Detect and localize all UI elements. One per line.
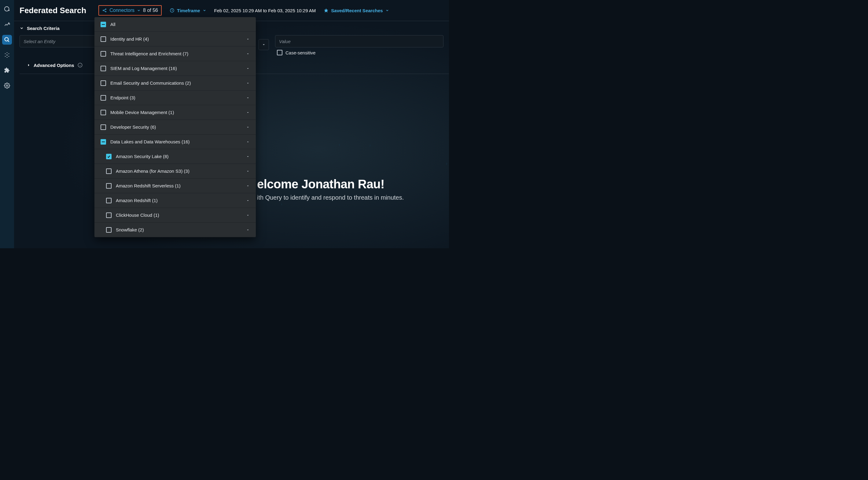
dd-group[interactable]: Email Security and Communications (2) xyxy=(94,76,256,90)
dd-child-label: Snowflake (2) xyxy=(116,227,144,232)
chevron-down-icon xyxy=(246,125,250,129)
svg-marker-19 xyxy=(324,8,328,12)
svg-marker-20 xyxy=(263,44,265,45)
svg-marker-32 xyxy=(247,141,249,142)
entity-placeholder: Select an Entity xyxy=(24,39,55,44)
operator-select-chevron[interactable] xyxy=(258,39,269,50)
checkbox-icon xyxy=(277,50,282,55)
chevron-down-icon xyxy=(246,52,250,56)
svg-point-8 xyxy=(5,56,5,57)
dd-group[interactable]: Threat Intelligence and Enrichment (7) xyxy=(94,47,256,61)
checkbox-checked-icon xyxy=(106,154,112,159)
dd-group[interactable]: Endpoint (3) xyxy=(94,90,256,105)
value-input[interactable]: Value xyxy=(275,35,443,48)
puzzle-icon[interactable] xyxy=(2,65,12,75)
svg-marker-31 xyxy=(247,127,249,128)
svg-point-13 xyxy=(103,10,104,11)
svg-point-7 xyxy=(8,54,9,54)
timeframe-label: Timeframe xyxy=(177,8,200,13)
dd-group[interactable]: Mobile Device Management (1) xyxy=(94,105,256,120)
welcome-panel: elcome Jonathan Rau! ith Query to identi… xyxy=(257,177,404,201)
main: Federated Search Connectors 8 of 56 Time… xyxy=(14,0,449,248)
star-icon xyxy=(324,8,329,13)
saved-searches-trigger[interactable]: Saved/Recent Searches xyxy=(324,8,389,13)
dd-child[interactable]: Amazon Redshift (1) xyxy=(94,193,256,208)
nodes-icon[interactable] xyxy=(2,50,12,60)
svg-point-11 xyxy=(7,57,8,58)
dd-child-label: Amazon Athena (for Amazon S3) (3) xyxy=(116,169,189,174)
connectors-label: Connectors xyxy=(110,8,134,13)
svg-point-10 xyxy=(7,52,8,53)
info-icon xyxy=(77,62,83,68)
svg-point-3 xyxy=(5,38,8,41)
dd-group[interactable]: SIEM and Log Management (16) xyxy=(94,61,256,76)
checkbox-icon xyxy=(100,66,106,71)
svg-point-9 xyxy=(8,56,9,57)
connectors-dropdown: All Identity and HR (4) Threat Intellige… xyxy=(94,17,256,237)
dd-child[interactable]: Amazon Security Lake (8) xyxy=(94,149,256,164)
chevron-down-icon xyxy=(246,213,250,217)
chevron-down-icon xyxy=(203,8,206,12)
dropdown-scroll[interactable]: All Identity and HR (4) Threat Intellige… xyxy=(94,17,256,237)
dd-child-label: Amazon Security Lake (8) xyxy=(116,154,169,159)
chevron-down-icon xyxy=(246,155,250,158)
case-sensitive-label: Case-sensitive xyxy=(285,50,315,55)
svg-point-1 xyxy=(8,23,9,23)
svg-line-16 xyxy=(104,9,105,10)
checkbox-icon xyxy=(106,227,112,233)
chevron-down-icon xyxy=(246,169,250,173)
chevron-down-icon xyxy=(246,96,250,100)
page-title: Federated Search xyxy=(20,6,86,15)
dd-all-label: All xyxy=(110,22,116,27)
chevron-down-icon xyxy=(246,228,250,232)
timeframe-dropdown-trigger[interactable]: Timeframe xyxy=(169,8,206,13)
chevron-down-icon xyxy=(246,184,250,188)
svg-marker-38 xyxy=(247,230,249,231)
dd-group-expanded[interactable]: Data Lakes and Data Warehouses (16) xyxy=(94,134,256,149)
chevron-down-icon xyxy=(246,199,250,202)
logo-icon[interactable] xyxy=(2,4,12,14)
svg-marker-33 xyxy=(247,156,249,157)
dd-child[interactable]: ClickHouse Cloud (1) xyxy=(94,208,256,222)
svg-marker-25 xyxy=(247,39,249,40)
svg-point-6 xyxy=(5,54,5,54)
search-nav-icon[interactable] xyxy=(2,35,12,44)
dd-child[interactable]: Snowflake (2) xyxy=(94,222,256,237)
dd-group-label: Threat Intelligence and Enrichment (7) xyxy=(110,51,188,56)
advanced-label: Advanced Options xyxy=(34,63,74,68)
svg-marker-29 xyxy=(247,97,249,98)
case-sensitive-checkbox[interactable]: Case-sensitive xyxy=(277,50,449,55)
svg-point-0 xyxy=(5,7,9,11)
dd-group-label: Identity and HR (4) xyxy=(110,36,149,41)
dd-all[interactable]: All xyxy=(94,17,256,32)
dd-child[interactable]: Amazon Athena (for Amazon S3) (3) xyxy=(94,164,256,179)
svg-marker-26 xyxy=(247,54,249,54)
dd-group-label: SIEM and Log Management (16) xyxy=(110,66,177,71)
svg-marker-28 xyxy=(247,83,249,84)
toolbar: Connectors 8 of 56 Timeframe Feb 02, 202… xyxy=(98,5,389,16)
svg-point-2 xyxy=(9,24,10,25)
svg-marker-35 xyxy=(247,186,249,186)
gear-icon[interactable] xyxy=(2,81,12,90)
dd-group[interactable]: Developer Security (6) xyxy=(94,120,256,134)
dd-group[interactable]: Identity and HR (4) xyxy=(94,32,256,47)
svg-marker-36 xyxy=(247,200,249,201)
dd-group-label: Developer Security (6) xyxy=(110,124,156,130)
sidebar xyxy=(0,0,14,248)
dd-child[interactable]: Amazon Redshift Serverless (1) xyxy=(94,179,256,193)
checkbox-partial-icon xyxy=(100,139,106,145)
checkbox-icon xyxy=(100,124,106,130)
svg-point-15 xyxy=(105,11,106,12)
chevron-down-icon xyxy=(246,37,250,41)
analytics-icon[interactable] xyxy=(2,20,12,29)
svg-marker-27 xyxy=(247,68,249,69)
svg-line-4 xyxy=(8,41,9,42)
svg-marker-34 xyxy=(247,171,249,172)
welcome-title: elcome Jonathan Rau! xyxy=(257,177,404,191)
dd-child-label: Amazon Redshift (1) xyxy=(116,198,158,203)
chevron-down-icon xyxy=(137,8,141,12)
checkbox-icon xyxy=(100,110,106,115)
svg-point-5 xyxy=(6,54,7,55)
connectors-dropdown-trigger[interactable]: Connectors 8 of 56 xyxy=(98,5,162,16)
svg-line-17 xyxy=(104,11,105,11)
